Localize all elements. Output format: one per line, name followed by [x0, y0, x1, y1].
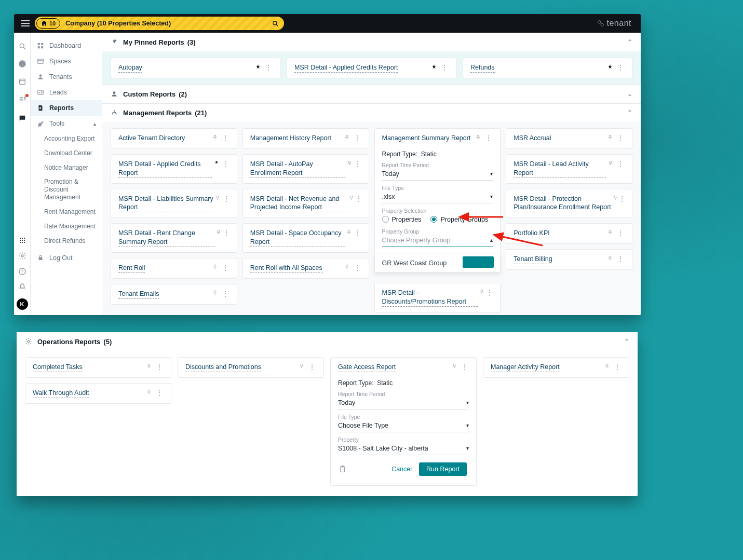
report-link[interactable]: MSR Detail - Applied Credits Report [294, 63, 398, 73]
pin-icon[interactable] [215, 229, 223, 237]
section-header-pinned[interactable]: My Pinned Reports (3) ⌃ [102, 33, 641, 51]
pin-icon[interactable] [602, 363, 612, 371]
pin-icon[interactable] [478, 289, 486, 297]
pin-icon[interactable] [473, 134, 483, 142]
pin-icon[interactable] [345, 229, 354, 237]
more-icon[interactable]: ⋮ [352, 264, 362, 272]
nav-dashboard[interactable]: Dashboard [31, 38, 102, 53]
more-icon[interactable]: ⋮ [439, 63, 450, 72]
pin-icon[interactable] [606, 160, 616, 168]
nav-sub-rent-mgmt[interactable]: Rent Management [31, 204, 102, 219]
nav-tenants[interactable]: Tenants [31, 69, 102, 85]
more-icon[interactable]: ⋮ [618, 195, 626, 203]
help-icon[interactable]: ? [18, 267, 26, 276]
property-selector-pill[interactable]: 10 Company (10 Properties Selected) [35, 17, 284, 30]
task-icon-wrapper[interactable] [18, 95, 26, 105]
search-icon[interactable] [272, 20, 279, 27]
pin-icon[interactable] [213, 195, 222, 203]
report-link[interactable]: Completed Tasks [33, 363, 83, 372]
report-link[interactable]: Gate Access Report [338, 363, 396, 372]
run-report-button[interactable]: Run Report [419, 462, 467, 476]
bell-icon[interactable] [18, 283, 26, 291]
report-link[interactable]: Tenant Emails [118, 290, 159, 299]
pin-icon[interactable] [605, 255, 615, 263]
pin-icon[interactable] [342, 134, 352, 142]
action-button-partial[interactable] [463, 256, 494, 268]
report-link[interactable]: Walk Through Audit [33, 389, 89, 398]
time-period-select[interactable]: Today▾ [338, 397, 469, 409]
nav-leads[interactable]: Leads [31, 85, 102, 100]
more-icon[interactable]: ⋮ [354, 160, 362, 168]
report-link[interactable]: Management Summary Report [382, 134, 471, 143]
pin-icon[interactable] [605, 134, 615, 142]
pin-icon[interactable] [296, 363, 307, 371]
section-header-operations[interactable]: Operations Reports (5) ⌃ [17, 332, 638, 351]
pin-icon[interactable] [449, 363, 460, 371]
time-period-select[interactable]: Today▾ [382, 168, 493, 181]
report-link[interactable]: MSR Detail - Rent Change Summary Report [118, 229, 215, 247]
report-link[interactable]: Rent Roll with All Spaces [250, 264, 322, 273]
nav-logout[interactable]: Log Out [31, 250, 102, 266]
pin-icon[interactable] [210, 290, 220, 298]
more-icon[interactable]: ⋮ [220, 264, 231, 272]
more-icon[interactable]: ⋮ [483, 134, 494, 142]
pin-icon[interactable] [342, 264, 352, 272]
more-icon[interactable]: ⋮ [612, 363, 623, 371]
report-link[interactable]: MSR Detail - Liabilities Summary Report [118, 195, 213, 213]
more-icon[interactable]: ⋮ [355, 195, 362, 203]
chat-icon[interactable] [18, 114, 26, 122]
report-link[interactable]: MSR Detail - Lead Activity Report [514, 160, 605, 178]
nav-sub-rate-mgmt[interactable]: Rate Management [31, 219, 102, 234]
pin-icon[interactable] [345, 160, 354, 168]
pin-icon[interactable] [605, 63, 615, 72]
report-link[interactable]: MSR Detail - Net Revenue and Projected I… [250, 195, 349, 213]
more-icon[interactable]: ⋮ [221, 160, 231, 168]
report-link[interactable]: MSR Detail - Space Occupancy Report [250, 229, 345, 247]
more-icon[interactable]: ⋮ [220, 134, 231, 142]
pin-icon[interactable] [212, 160, 221, 168]
more-icon[interactable]: ⋮ [354, 229, 362, 237]
report-link[interactable]: Refunds [470, 63, 495, 73]
nav-sub-download-center[interactable]: Download Center [31, 146, 102, 160]
more-icon[interactable]: ⋮ [222, 195, 230, 203]
pin-icon[interactable] [348, 195, 355, 203]
pin-icon[interactable] [605, 229, 615, 237]
property-group-select[interactable]: Choose Property Group▴ [382, 235, 493, 247]
report-link[interactable]: Discounts and Promotions [185, 363, 261, 372]
more-icon[interactable]: ⋮ [223, 229, 231, 237]
bolt-icon[interactable] [18, 60, 26, 68]
nav-tools[interactable]: Tools ▴ [31, 116, 102, 131]
calendar-icon[interactable] [18, 77, 26, 86]
pin-icon[interactable] [210, 264, 220, 272]
nav-sub-accounting-export[interactable]: Accounting Export [31, 131, 102, 146]
menu-icon[interactable] [21, 20, 30, 26]
more-icon[interactable]: ⋮ [460, 363, 470, 371]
more-icon[interactable]: ⋮ [220, 290, 231, 298]
nav-sub-notice-manager[interactable]: Notice Manager [31, 160, 102, 175]
report-link[interactable]: MSR Detail - Applied Credits Report [118, 160, 212, 178]
property-select[interactable]: S1008 - Salt Lake City - alberta▾ [338, 443, 469, 455]
more-icon[interactable]: ⋮ [615, 255, 626, 263]
nav-sub-direct-refunds[interactable]: Direct Refunds [31, 234, 102, 248]
cancel-button[interactable]: Cancel [391, 466, 412, 473]
more-icon[interactable]: ⋮ [154, 389, 165, 397]
gear-icon[interactable] [18, 252, 26, 260]
report-link[interactable]: MSR Detail - Discounts/Promotions Report [382, 289, 478, 307]
more-icon[interactable]: ⋮ [615, 63, 626, 72]
report-link[interactable]: MSR Accrual [514, 134, 551, 143]
more-icon[interactable]: ⋮ [615, 229, 626, 237]
file-type-select[interactable]: Choose File Type▾ [338, 420, 469, 432]
nav-spaces[interactable]: Spaces [31, 53, 102, 69]
nav-reports[interactable]: Reports [31, 100, 102, 116]
section-header-management[interactable]: Management Reports (21) ⌃ [102, 103, 641, 122]
pin-icon[interactable] [144, 389, 154, 397]
section-header-custom[interactable]: Custom Reports (2) ⌄ [102, 85, 641, 103]
report-link[interactable]: Portfolio KPI [514, 229, 549, 238]
more-icon[interactable]: ⋮ [486, 289, 494, 297]
pin-icon[interactable] [144, 363, 154, 371]
search-icon[interactable] [18, 42, 26, 50]
pin-icon[interactable] [253, 63, 263, 72]
file-type-select[interactable]: .xlsx▾ [382, 191, 493, 203]
report-link[interactable]: Tenant Billing [514, 255, 552, 264]
report-link[interactable]: Manager Activity Report [491, 363, 560, 372]
